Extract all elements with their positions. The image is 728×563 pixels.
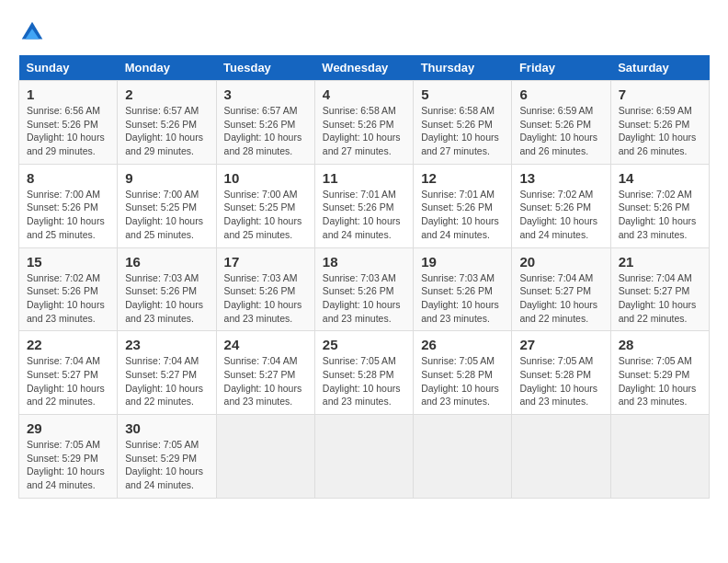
calendar-cell: 11Sunrise: 7:01 AM Sunset: 5:26 PM Dayli… (314, 164, 413, 247)
day-info: Sunrise: 7:02 AM Sunset: 5:26 PM Dayligh… (619, 188, 701, 242)
day-info: Sunrise: 7:04 AM Sunset: 5:27 PM Dayligh… (27, 354, 109, 408)
calendar-cell: 25Sunrise: 7:05 AM Sunset: 5:28 PM Dayli… (314, 331, 413, 415)
calendar-cell (414, 415, 512, 499)
day-info: Sunrise: 7:05 AM Sunset: 5:28 PM Dayligh… (323, 354, 405, 408)
calendar-cell: 20Sunrise: 7:04 AM Sunset: 5:27 PM Dayli… (512, 247, 610, 331)
weekday-header-thursday: Thursday (414, 55, 512, 81)
day-number: 27 (519, 337, 602, 352)
calendar-table: SundayMondayTuesdayWednesdayThursdayFrid… (18, 55, 710, 499)
calendar-cell: 29Sunrise: 7:05 AM Sunset: 5:29 PM Dayli… (19, 415, 118, 499)
day-info: Sunrise: 7:04 AM Sunset: 5:27 PM Dayligh… (125, 354, 208, 408)
page-header (18, 18, 710, 46)
day-number: 9 (125, 170, 208, 186)
day-number: 20 (519, 254, 602, 270)
day-number: 2 (125, 86, 208, 102)
weekday-header-tuesday: Tuesday (216, 55, 314, 81)
day-number: 12 (421, 170, 504, 186)
day-number: 5 (421, 86, 504, 102)
calendar-cell: 12Sunrise: 7:01 AM Sunset: 5:26 PM Dayli… (414, 164, 512, 247)
day-number: 18 (323, 254, 405, 270)
day-info: Sunrise: 7:03 AM Sunset: 5:26 PM Dayligh… (421, 271, 504, 326)
weekday-header-monday: Monday (118, 55, 216, 81)
calendar-cell: 14Sunrise: 7:02 AM Sunset: 5:26 PM Dayli… (610, 164, 709, 247)
calendar-cell: 4Sunrise: 6:58 AM Sunset: 5:26 PM Daylig… (314, 81, 413, 165)
calendar-week-2: 8Sunrise: 7:00 AM Sunset: 5:26 PM Daylig… (19, 164, 710, 247)
calendar-cell: 15Sunrise: 7:02 AM Sunset: 5:26 PM Dayli… (19, 247, 118, 331)
calendar-cell: 7Sunrise: 6:59 AM Sunset: 5:26 PM Daylig… (610, 81, 709, 165)
weekday-header-friday: Friday (512, 55, 610, 81)
day-info: Sunrise: 7:05 AM Sunset: 5:29 PM Dayligh… (619, 354, 701, 408)
day-number: 23 (125, 337, 208, 352)
calendar-cell (610, 415, 709, 499)
day-info: Sunrise: 7:03 AM Sunset: 5:26 PM Dayligh… (323, 271, 405, 326)
day-number: 22 (27, 337, 109, 352)
calendar-cell: 22Sunrise: 7:04 AM Sunset: 5:27 PM Dayli… (19, 331, 118, 415)
weekday-header-row: SundayMondayTuesdayWednesdayThursdayFrid… (19, 55, 710, 81)
day-number: 1 (27, 86, 109, 102)
day-number: 29 (27, 420, 109, 436)
calendar-cell: 6Sunrise: 6:59 AM Sunset: 5:26 PM Daylig… (512, 81, 610, 165)
day-info: Sunrise: 7:05 AM Sunset: 5:28 PM Dayligh… (519, 354, 602, 408)
day-number: 7 (619, 86, 701, 102)
day-info: Sunrise: 7:04 AM Sunset: 5:27 PM Dayligh… (224, 354, 307, 408)
calendar-cell: 21Sunrise: 7:04 AM Sunset: 5:27 PM Dayli… (610, 247, 709, 331)
day-info: Sunrise: 7:00 AM Sunset: 5:26 PM Dayligh… (27, 188, 109, 242)
day-info: Sunrise: 7:03 AM Sunset: 5:26 PM Dayligh… (224, 271, 307, 326)
day-number: 15 (27, 254, 109, 270)
day-number: 13 (519, 170, 602, 186)
calendar-cell (216, 415, 314, 499)
day-info: Sunrise: 6:57 AM Sunset: 5:26 PM Dayligh… (125, 104, 208, 158)
day-info: Sunrise: 6:59 AM Sunset: 5:26 PM Dayligh… (619, 104, 701, 158)
day-info: Sunrise: 6:59 AM Sunset: 5:26 PM Dayligh… (519, 104, 602, 158)
calendar-cell: 24Sunrise: 7:04 AM Sunset: 5:27 PM Dayli… (216, 331, 314, 415)
calendar-week-3: 15Sunrise: 7:02 AM Sunset: 5:26 PM Dayli… (19, 247, 710, 331)
day-info: Sunrise: 7:05 AM Sunset: 5:28 PM Dayligh… (421, 354, 504, 408)
calendar-week-4: 22Sunrise: 7:04 AM Sunset: 5:27 PM Dayli… (19, 331, 710, 415)
day-number: 11 (323, 170, 405, 186)
day-number: 21 (619, 254, 701, 270)
day-info: Sunrise: 7:03 AM Sunset: 5:26 PM Dayligh… (125, 271, 208, 326)
day-number: 8 (27, 170, 109, 186)
day-number: 3 (224, 86, 307, 102)
calendar-cell: 23Sunrise: 7:04 AM Sunset: 5:27 PM Dayli… (118, 331, 216, 415)
calendar-cell: 3Sunrise: 6:57 AM Sunset: 5:26 PM Daylig… (216, 81, 314, 165)
weekday-header-wednesday: Wednesday (314, 55, 413, 81)
day-info: Sunrise: 7:05 AM Sunset: 5:29 PM Dayligh… (27, 438, 109, 492)
calendar-cell: 26Sunrise: 7:05 AM Sunset: 5:28 PM Dayli… (414, 331, 512, 415)
day-number: 30 (125, 420, 208, 436)
day-number: 10 (224, 170, 307, 186)
day-number: 17 (224, 254, 307, 270)
day-info: Sunrise: 7:02 AM Sunset: 5:26 PM Dayligh… (519, 188, 602, 242)
calendar-cell: 5Sunrise: 6:58 AM Sunset: 5:26 PM Daylig… (414, 81, 512, 165)
day-info: Sunrise: 7:04 AM Sunset: 5:27 PM Dayligh… (619, 271, 701, 326)
weekday-header-saturday: Saturday (610, 55, 709, 81)
calendar-cell: 18Sunrise: 7:03 AM Sunset: 5:26 PM Dayli… (314, 247, 413, 331)
day-info: Sunrise: 7:00 AM Sunset: 5:25 PM Dayligh… (125, 188, 208, 242)
day-info: Sunrise: 7:01 AM Sunset: 5:26 PM Dayligh… (323, 188, 405, 242)
day-number: 28 (619, 337, 701, 352)
weekday-header-sunday: Sunday (19, 55, 118, 81)
logo (18, 18, 50, 46)
calendar-cell: 17Sunrise: 7:03 AM Sunset: 5:26 PM Dayli… (216, 247, 314, 331)
calendar-week-5: 29Sunrise: 7:05 AM Sunset: 5:29 PM Dayli… (19, 415, 710, 499)
calendar-cell: 2Sunrise: 6:57 AM Sunset: 5:26 PM Daylig… (118, 81, 216, 165)
day-info: Sunrise: 7:02 AM Sunset: 5:26 PM Dayligh… (27, 271, 109, 326)
calendar-cell: 27Sunrise: 7:05 AM Sunset: 5:28 PM Dayli… (512, 331, 610, 415)
day-info: Sunrise: 7:00 AM Sunset: 5:25 PM Dayligh… (224, 188, 307, 242)
calendar-cell: 28Sunrise: 7:05 AM Sunset: 5:29 PM Dayli… (610, 331, 709, 415)
calendar-cell: 8Sunrise: 7:00 AM Sunset: 5:26 PM Daylig… (19, 164, 118, 247)
day-info: Sunrise: 6:58 AM Sunset: 5:26 PM Dayligh… (421, 104, 504, 158)
calendar-cell: 16Sunrise: 7:03 AM Sunset: 5:26 PM Dayli… (118, 247, 216, 331)
day-info: Sunrise: 7:04 AM Sunset: 5:27 PM Dayligh… (519, 271, 602, 326)
calendar-cell: 19Sunrise: 7:03 AM Sunset: 5:26 PM Dayli… (414, 247, 512, 331)
day-number: 16 (125, 254, 208, 270)
day-info: Sunrise: 6:57 AM Sunset: 5:26 PM Dayligh… (224, 104, 307, 158)
calendar-cell: 30Sunrise: 7:05 AM Sunset: 5:29 PM Dayli… (118, 415, 216, 499)
calendar-cell: 13Sunrise: 7:02 AM Sunset: 5:26 PM Dayli… (512, 164, 610, 247)
day-info: Sunrise: 6:58 AM Sunset: 5:26 PM Dayligh… (323, 104, 405, 158)
day-number: 14 (619, 170, 701, 186)
calendar-cell (314, 415, 413, 499)
calendar-cell: 9Sunrise: 7:00 AM Sunset: 5:25 PM Daylig… (118, 164, 216, 247)
day-number: 4 (323, 86, 405, 102)
calendar-cell: 10Sunrise: 7:00 AM Sunset: 5:25 PM Dayli… (216, 164, 314, 247)
